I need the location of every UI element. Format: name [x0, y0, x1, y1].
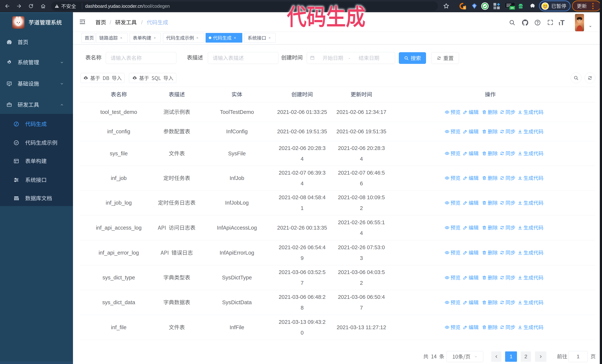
- svg-text:on: on: [510, 6, 514, 9]
- svg-text:1: 1: [464, 7, 465, 9]
